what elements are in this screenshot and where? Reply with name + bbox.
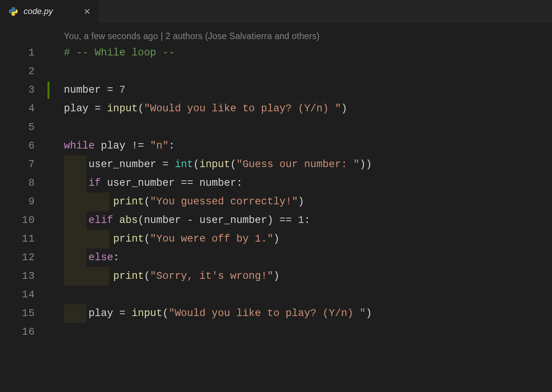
token-str: "Would you like to play? (Y/n) ": [144, 103, 341, 114]
code-line[interactable]: 9 print("You guessed correctly!"): [0, 193, 552, 211]
line-number: 5: [0, 118, 49, 137]
line-number: 9: [0, 193, 49, 211]
token-var: play: [64, 103, 89, 114]
token-func: abs: [119, 215, 138, 226]
token-kw: elif: [89, 215, 113, 226]
code-line[interactable]: 12 else:: [0, 248, 552, 267]
python-file-icon: [8, 6, 18, 16]
code-line[interactable]: 10 elif abs(number - user_number) == 1:: [0, 211, 552, 230]
token-op: =: [89, 103, 107, 114]
token-op: =: [156, 159, 175, 170]
token-var: number: [144, 215, 181, 226]
line-number: 7: [0, 155, 49, 174]
code-line[interactable]: 2: [0, 62, 552, 81]
code-line[interactable]: 11 print("You were off by 1."): [0, 230, 552, 248]
line-number: 11: [0, 230, 49, 248]
code-line[interactable]: 16: [0, 323, 552, 341]
token-punct: (: [144, 233, 150, 245]
code-line[interactable]: 4play = input("Would you like to play? (…: [0, 100, 552, 118]
code-cell[interactable]: [49, 62, 552, 81]
token-var: number: [193, 177, 236, 189]
code-line[interactable]: 14: [0, 286, 552, 304]
line-number: 12: [0, 248, 49, 267]
token-punct: :: [113, 252, 119, 263]
token-str: "Sorry, it's wrong!": [150, 270, 273, 282]
token-func: print: [113, 196, 144, 207]
line-number: 14: [0, 286, 49, 304]
token-str: "n": [144, 140, 169, 152]
token-punct: ): [298, 196, 304, 207]
code-cell[interactable]: [49, 323, 552, 341]
code-line[interactable]: 7 user_number = int(input("Guess our num…: [0, 155, 552, 174]
line-number: 16: [0, 323, 49, 341]
line-number: 13: [0, 267, 49, 286]
token-var: user_number: [199, 215, 267, 226]
line-number: 8: [0, 174, 49, 193]
token-op: =: [113, 308, 132, 319]
line-number: 4: [0, 100, 49, 118]
token-punct: (: [144, 196, 150, 207]
tab-code-py[interactable]: code.py: [0, 0, 99, 23]
token-punct: :: [304, 215, 310, 226]
line-number: 6: [0, 137, 49, 155]
token-punct: (: [138, 215, 144, 226]
code-cell[interactable]: [49, 286, 552, 304]
token-punct: :: [168, 140, 174, 152]
token-punct: (: [144, 270, 150, 282]
line-number: 10: [0, 211, 49, 230]
token-punct: ): [341, 103, 347, 114]
code-cell[interactable]: print("You guessed correctly!"): [49, 193, 552, 211]
code-cell[interactable]: print("You were off by 1."): [49, 230, 552, 248]
token-str: "Guess our number: ": [236, 159, 360, 170]
code-cell[interactable]: user_number = int(input("Guess our numbe…: [49, 155, 552, 174]
code-cell[interactable]: if user_number == number:: [49, 174, 552, 193]
line-number: 3: [0, 81, 49, 100]
git-codelens[interactable]: You, a few seconds ago | 2 authors (Jose…: [0, 23, 552, 44]
code-editor[interactable]: 1# -- While loop --23number = 74play = i…: [0, 44, 552, 341]
token-builtin: int: [175, 159, 194, 170]
token-punct: (: [230, 159, 236, 170]
code-cell[interactable]: print("Sorry, it's wrong!"): [49, 267, 552, 286]
token-str: "You were off by 1.": [150, 233, 273, 245]
code-line[interactable]: 13 print("Sorry, it's wrong!"): [0, 267, 552, 286]
code-line[interactable]: 8 if user_number == number:: [0, 174, 552, 193]
line-number: 1: [0, 44, 49, 62]
close-icon[interactable]: [84, 8, 90, 15]
token-punct: (: [138, 103, 144, 114]
token-punct: (: [162, 308, 168, 319]
token-var: user_number: [101, 177, 181, 189]
code-cell[interactable]: play = input("Would you like to play? (Y…: [49, 304, 552, 323]
code-line[interactable]: 3number = 7: [0, 81, 552, 100]
code-line[interactable]: 1# -- While loop --: [0, 44, 552, 62]
token-var: play: [89, 308, 113, 319]
tab-bar: code.py: [0, 0, 552, 23]
tab-filename: code.py: [24, 6, 78, 16]
code-cell[interactable]: play = input("Would you like to play? (Y…: [49, 100, 552, 118]
token-func: input: [132, 308, 162, 319]
code-cell[interactable]: while play != "n":: [49, 137, 552, 155]
token-func: print: [113, 270, 144, 282]
token-var: number: [64, 84, 101, 96]
token-var: user_number: [89, 159, 156, 170]
token-op: =: [101, 84, 119, 96]
token-punct: ): [273, 270, 279, 282]
token-op: -: [181, 215, 200, 226]
code-cell[interactable]: elif abs(number - user_number) == 1:: [49, 211, 552, 230]
token-punct: :: [236, 177, 243, 189]
token-punct: ): [273, 233, 279, 245]
line-number: 2: [0, 62, 49, 81]
token-punct: ): [267, 215, 273, 226]
code-cell[interactable]: number = 7: [49, 81, 552, 100]
code-cell[interactable]: else:: [49, 248, 552, 267]
token-comment: # -- While loop --: [64, 47, 175, 58]
code-line[interactable]: 5: [0, 118, 552, 137]
code-line[interactable]: 6while play != "n":: [0, 137, 552, 155]
token-punct: ): [366, 308, 372, 319]
token-func: input: [199, 159, 230, 170]
token-var: play: [95, 140, 132, 152]
code-cell[interactable]: # -- While loop --: [49, 44, 552, 62]
token-kw: while: [64, 140, 95, 152]
code-cell[interactable]: [49, 118, 552, 137]
code-line[interactable]: 15 play = input("Would you like to play?…: [0, 304, 552, 323]
token-str: "You guessed correctly!": [150, 196, 298, 207]
